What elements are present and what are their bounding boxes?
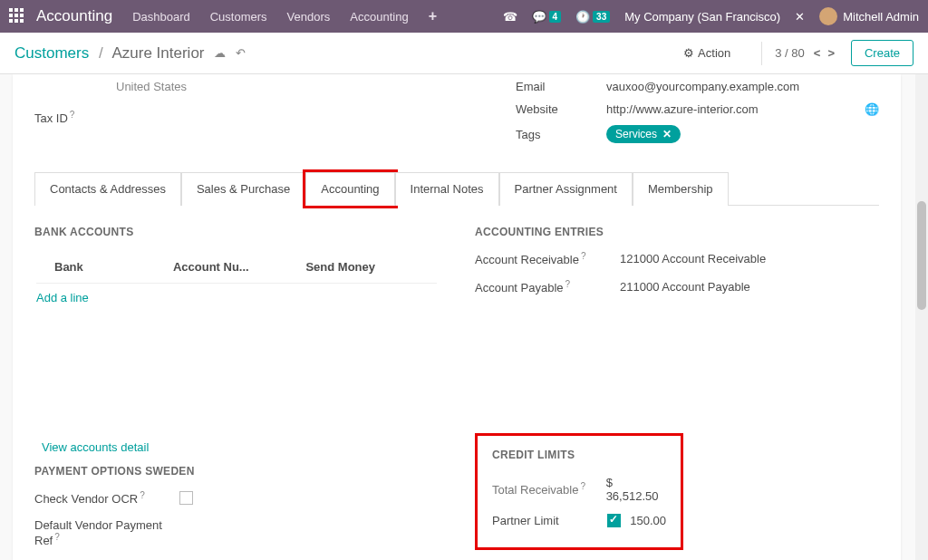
tag-services[interactable]: Services✕ — [606, 125, 681, 143]
account-payable-label: Account Payable? — [475, 279, 620, 294]
col-bank[interactable]: Bank — [36, 253, 171, 281]
tools-icon[interactable]: ✕ — [795, 10, 805, 24]
tags-label: Tags — [516, 128, 606, 141]
account-receivable-label: Account Receivable? — [475, 251, 620, 266]
tag-remove-icon[interactable]: ✕ — [662, 128, 672, 140]
cloud-upload-icon[interactable]: ☁ — [214, 46, 226, 60]
create-button[interactable]: Create — [851, 40, 914, 66]
tab-accounting[interactable]: Accounting — [305, 172, 394, 206]
discard-icon[interactable]: ↶ — [236, 46, 246, 60]
bank-accounts-table: Bank Account Nu... Send Money Add a line — [34, 251, 439, 314]
gear-icon: ⚙ — [683, 46, 694, 60]
menu-dashboard[interactable]: Dashboard — [132, 10, 190, 24]
payment-options-title: PAYMENT OPTIONS SWEDEN — [34, 465, 439, 478]
tab-membership[interactable]: Membership — [633, 172, 729, 206]
account-payable-value[interactable]: 211000 Account Payable — [620, 280, 750, 294]
partner-limit-label: Partner Limit — [492, 514, 607, 527]
scrollbar-track[interactable] — [915, 74, 928, 560]
bank-accounts-title: BANK ACCOUNTS — [34, 226, 439, 238]
clock-icon[interactable]: 🕐33 — [575, 10, 610, 24]
user-name: Mitchell Admin — [843, 10, 919, 24]
apps-icon[interactable] — [9, 8, 25, 24]
credit-limits-title: CREDIT LIMITS — [492, 449, 666, 461]
website-value[interactable]: http://www.azure-interior.com — [606, 102, 759, 116]
partner-limit-value[interactable]: 150.00 — [630, 514, 666, 527]
tab-internal-notes[interactable]: Internal Notes — [395, 172, 499, 206]
pager: 3 / 80 — [775, 46, 805, 60]
phone-icon[interactable]: ☎ — [503, 10, 517, 24]
menu-customers[interactable]: Customers — [210, 10, 267, 24]
check-vendor-ocr-checkbox[interactable] — [179, 491, 193, 505]
col-send-money[interactable]: Send Money — [305, 253, 437, 281]
partner-limit-checkbox[interactable] — [607, 514, 621, 527]
email-value[interactable]: vauxoo@yourcompany.example.com — [606, 80, 799, 93]
tab-contacts[interactable]: Contacts & Addresses — [34, 172, 181, 206]
check-vendor-ocr-label: Check Vendor OCR? — [34, 490, 179, 506]
app-name: Accounting — [36, 7, 112, 25]
account-receivable-value[interactable]: 121000 Account Receivable — [620, 252, 766, 266]
breadcrumb-root[interactable]: Customers — [14, 44, 89, 62]
total-receivable-label: Total Receivable? — [492, 481, 606, 497]
globe-icon[interactable]: 🌐 — [865, 102, 879, 116]
col-account-number[interactable]: Account Nu... — [173, 253, 304, 281]
email-label: Email — [516, 80, 606, 93]
accounting-entries-title: ACCOUNTING ENTRIES — [475, 226, 879, 238]
avatar — [819, 7, 837, 25]
credit-limits-highlight: CREDIT LIMITS Total Receivable? $ 36,512… — [475, 433, 683, 550]
breadcrumb: Customers / Azure Interior — [14, 44, 205, 63]
add-line-link[interactable]: Add a line — [36, 283, 437, 312]
website-label: Website — [516, 102, 606, 116]
menu-vendors[interactable]: Vendors — [287, 10, 331, 24]
scrollbar-thumb[interactable] — [917, 201, 926, 310]
company-switcher[interactable]: My Company (San Francisco) — [624, 10, 780, 24]
action-menu[interactable]: ⚙Action — [683, 46, 730, 60]
total-receivable-value: $ 36,512.50 — [606, 476, 666, 503]
pager-prev[interactable]: < — [810, 46, 825, 60]
clock-badge: 33 — [593, 11, 610, 23]
tab-sales[interactable]: Sales & Purchase — [181, 172, 305, 206]
default-vendor-ref-label: Default Vendor Payment Ref? — [34, 518, 179, 547]
tab-partner-assignment[interactable]: Partner Assignment — [499, 172, 633, 206]
view-accounts-detail-link[interactable]: View accounts detail — [42, 440, 439, 454]
pager-next[interactable]: > — [824, 46, 838, 60]
messages-badge: 4 — [549, 11, 562, 23]
breadcrumb-current: Azure Interior — [111, 44, 204, 62]
tax-id-label: Tax ID? — [34, 110, 125, 125]
country-value: United States — [116, 80, 479, 93]
menu-plus-icon[interactable]: + — [429, 8, 437, 24]
messages-icon[interactable]: 💬4 — [532, 10, 562, 24]
user-menu[interactable]: Mitchell Admin — [819, 7, 919, 25]
menu-accounting[interactable]: Accounting — [350, 10, 408, 24]
